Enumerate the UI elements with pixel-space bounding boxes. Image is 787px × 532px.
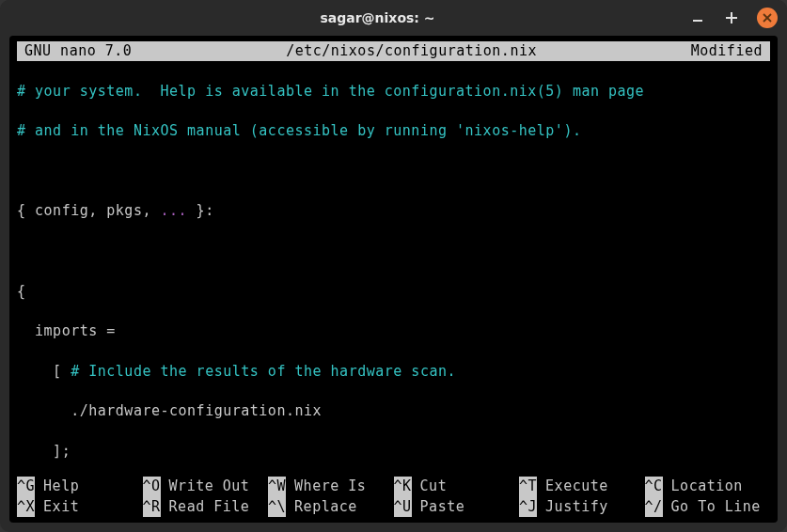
minimize-button[interactable] xyxy=(689,9,706,26)
maximize-button[interactable] xyxy=(723,9,740,26)
shortcut-writeout[interactable]: ^OWrite Out xyxy=(143,477,269,496)
shortcut-paste[interactable]: ^UPaste xyxy=(394,497,520,517)
comment-text: # your system. Help is available in the … xyxy=(17,83,644,100)
code-text: config, pkgs, xyxy=(35,202,160,219)
code-text: = xyxy=(106,322,116,339)
nano-header: GNU nano 7.0 /etc/nixos/configuration.ni… xyxy=(17,41,770,61)
titlebar: sagar@nixos: ~ xyxy=(0,0,787,36)
comment-text: # and in the NixOS manual (accessible by… xyxy=(17,122,581,139)
code-text: : xyxy=(205,202,214,219)
shortcut-help[interactable]: ^GHelp xyxy=(17,477,143,496)
nano-version: GNU nano 7.0 xyxy=(24,41,150,61)
code-text: { xyxy=(17,283,26,300)
shortcut-execute[interactable]: ^TExecute xyxy=(519,477,645,496)
nano-status: Modified xyxy=(672,41,763,61)
shortcut-gotoline[interactable]: ^/Go To Line xyxy=(645,497,771,517)
code-text: imports xyxy=(17,322,106,339)
terminal-window: sagar@nixos: ~ GNU nano 7.0 /etc/nixos/c… xyxy=(0,0,787,532)
shortcut-cut[interactable]: ^KCut xyxy=(394,477,520,496)
nano-shortcuts: ^GHelp ^OWrite Out ^WWhere Is ^KCut ^TEx… xyxy=(17,477,770,517)
window-controls xyxy=(689,8,778,28)
shortcut-replace[interactable]: ^\Replace xyxy=(268,497,394,517)
code-text: } xyxy=(187,202,205,219)
code-text: ./hardware-configuration.nix xyxy=(17,402,322,419)
shortcut-exit[interactable]: ^XExit xyxy=(17,497,143,517)
code-text: ... xyxy=(161,202,188,219)
comment-text: # Include the results of the hardware sc… xyxy=(71,363,456,380)
close-icon xyxy=(763,13,772,23)
nano-filename: /etc/nixos/configuration.nix xyxy=(150,41,671,61)
code-text: ]; xyxy=(17,443,71,460)
shortcut-location[interactable]: ^CLocation xyxy=(645,477,771,496)
terminal-viewport[interactable]: GNU nano 7.0 /etc/nixos/configuration.ni… xyxy=(9,36,778,523)
code-text: { xyxy=(17,202,35,219)
maximize-icon xyxy=(725,11,738,24)
shortcut-justify[interactable]: ^JJustify xyxy=(519,497,645,517)
code-text: [ xyxy=(17,363,71,380)
close-button[interactable] xyxy=(757,8,778,28)
window-title: sagar@nixos: ~ xyxy=(66,10,689,25)
shortcut-whereis[interactable]: ^WWhere Is xyxy=(268,477,394,496)
editor-area[interactable]: # your system. Help is available in the … xyxy=(9,61,778,523)
minimize-icon xyxy=(691,11,704,24)
shortcut-readfile[interactable]: ^RRead File xyxy=(143,497,269,517)
